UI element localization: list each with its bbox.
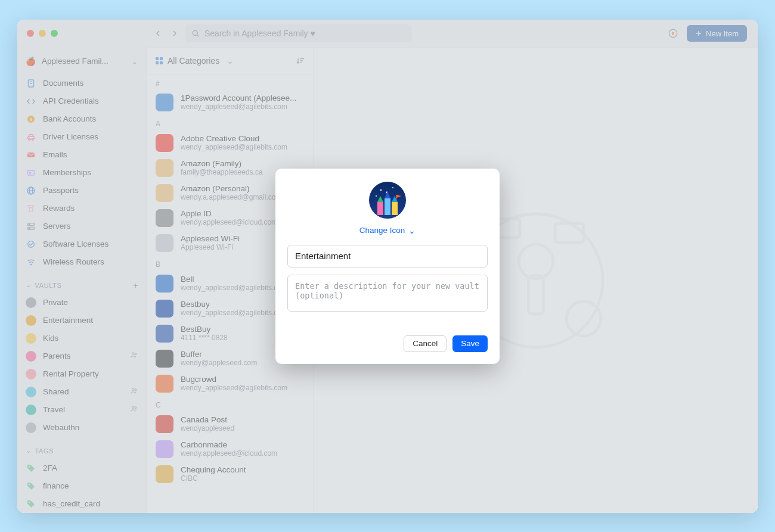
svg-rect-53 [392, 202, 398, 215]
cancel-button[interactable]: Cancel [404, 335, 447, 352]
chevron-down-icon: ⌄ [408, 226, 416, 235]
svg-point-45 [380, 189, 382, 190]
svg-point-48 [376, 195, 377, 197]
svg-marker-52 [385, 191, 390, 198]
change-icon-button[interactable]: Change Icon ⌄ [359, 226, 416, 235]
svg-marker-56 [396, 195, 401, 198]
vault-icon-preview [369, 182, 406, 219]
svg-rect-49 [377, 202, 383, 215]
svg-marker-50 [377, 196, 383, 202]
vault-name-input[interactable] [287, 245, 488, 267]
castle-icon [369, 182, 406, 219]
app-window: Search in Appleseed Family ♥ New Item 🍎 … [17, 20, 758, 513]
change-icon-label: Change Icon [359, 226, 405, 235]
svg-point-46 [392, 187, 393, 188]
save-button[interactable]: Save [452, 335, 488, 352]
vault-description-input[interactable] [287, 275, 488, 312]
svg-rect-51 [385, 198, 390, 215]
new-vault-modal: Change Icon ⌄ Cancel Save [275, 169, 500, 364]
